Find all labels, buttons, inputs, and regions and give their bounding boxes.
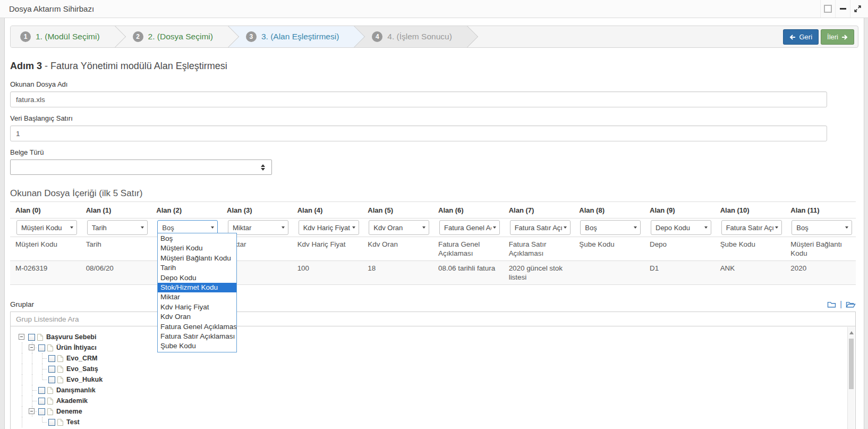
column-header: Alan (3) — [222, 202, 292, 218]
tree-node-label[interactable]: Evo_Hukuk — [66, 376, 103, 383]
column-mapping-select[interactable]: Fatura Genel Açıklaması — [439, 220, 500, 235]
tree-checkbox[interactable] — [38, 344, 45, 351]
tree-node-label[interactable]: Evo_Satış — [66, 365, 98, 373]
selected-mapping-value: Kdv Oran — [373, 224, 421, 232]
table-cell: M-026319 — [10, 261, 81, 284]
table-cell: ANK — [715, 261, 786, 284]
tree-connector — [27, 342, 37, 353]
column-mapping-select[interactable]: Depo Kodu — [651, 220, 711, 235]
preview-table-header: Alan (0)Alan (1)Alan (2)Alan (3)Alan (4)… — [10, 202, 856, 218]
preview-mapping-row: Müşteri KoduTarihBoşMiktarKdv Hariç Fiya… — [10, 218, 856, 237]
tree-checkbox[interactable] — [38, 398, 45, 405]
tree-node-label[interactable]: Ürün İhtiyacı — [56, 344, 97, 351]
column-mapping-select[interactable]: Fatura Satır Açıklaması — [510, 220, 571, 235]
step-number-badge: 2 — [133, 31, 143, 42]
tree-checkbox[interactable] — [48, 366, 55, 373]
tree-node-label[interactable]: Akademik — [56, 397, 88, 405]
collapse-toggle-icon[interactable] — [29, 408, 35, 414]
start-row-label: Veri Başlangıç Satırı — [10, 114, 858, 122]
maximize-button[interactable] — [820, 0, 835, 18]
expand-button[interactable] — [850, 0, 865, 18]
tree-node: Deneme — [17, 406, 855, 417]
selected-mapping-value: Boş — [796, 224, 844, 232]
tree-checkbox[interactable] — [48, 419, 55, 426]
column-mapping-select[interactable]: Kdv Oran — [369, 220, 429, 235]
selected-mapping-value: Kdv Hariç Fiyat — [303, 224, 351, 232]
dropdown-option[interactable]: Şube Kodu — [158, 341, 236, 351]
collapse-toggle-icon[interactable] — [19, 334, 24, 340]
chevron-down-icon — [845, 226, 848, 229]
page-title-step: Adım 3 — [10, 61, 42, 71]
start-row-input[interactable] — [10, 125, 827, 141]
wizard-step-3[interactable]: 33. (Alan Eşleştirmesi) — [228, 26, 354, 47]
mapping-select-cell: Fatura Satır Açıklaması — [715, 218, 786, 237]
tree-checkbox[interactable] — [38, 408, 45, 415]
column-mapping-select[interactable]: Fatura Satır Açıklaması — [721, 220, 782, 235]
tree-guide — [27, 364, 37, 374]
wizard-step-1[interactable]: 11. (Modül Seçimi) — [11, 26, 115, 47]
table-cell: Şube Kodu — [715, 237, 786, 260]
tree-checkbox[interactable] — [48, 376, 55, 383]
table-cell: 08/06/20 — [81, 261, 151, 284]
dropdown-option[interactable]: Fatura Satır Açıklaması — [158, 332, 236, 341]
column-header: Alan (5) — [362, 202, 433, 218]
scroll-up-icon[interactable] — [849, 331, 854, 334]
window-title: Dosya Aktarım Sihirbazı — [9, 0, 94, 18]
table-cell: Kdv Oran — [362, 237, 433, 260]
tree-checkbox[interactable] — [48, 355, 55, 362]
chevron-down-icon — [422, 226, 426, 229]
groups-tree: Başvuru SebebiÜrün İhtiyacıEvo_CRMEvo_Sa… — [10, 326, 856, 429]
tree-connector — [27, 406, 37, 417]
group-search-input[interactable] — [10, 312, 856, 326]
back-button[interactable]: Geri — [783, 29, 819, 45]
arrow-left-icon — [789, 34, 796, 40]
table-cell: Şube Kodu — [574, 237, 644, 260]
page-title: Adım 3 - Fatura Yönetimi modülü Alan Eşl… — [10, 60, 858, 72]
file-name-input[interactable] — [10, 91, 827, 107]
mapping-select-cell: Fatura Satır Açıklaması — [504, 218, 574, 237]
dropdown-option[interactable]: Müşteri Kodu — [158, 243, 236, 253]
next-button[interactable]: İleri — [821, 29, 854, 45]
tree-scrollbar — [847, 327, 855, 429]
wizard-actions: Geri İleri — [783, 29, 854, 45]
wizard-steps: 11. (Modül Seçimi)22. (Dosya Seçimi)33. … — [11, 26, 467, 47]
column-mapping-select[interactable]: Tarih — [87, 220, 148, 235]
closed-folder-icon[interactable] — [827, 300, 836, 308]
dropdown-option[interactable]: Fatura Genel Açıklaması — [158, 322, 236, 332]
wizard-step-2[interactable]: 22. (Dosya Seçimi) — [115, 26, 228, 47]
tree-node-label[interactable]: Başvuru Sebebi — [46, 333, 96, 341]
selected-mapping-value: Müşteri Kodu — [21, 224, 69, 232]
column-mapping-select[interactable]: Miktar — [228, 220, 288, 235]
tree-node-label[interactable]: Danışmanlık — [56, 386, 96, 394]
dropdown-option[interactable]: Müşteri Bağlantı Kodu — [158, 254, 236, 263]
tree-guide — [17, 417, 27, 427]
wizard-step-4[interactable]: 44. (İşlem Sonucu) — [354, 26, 466, 47]
tree-node: Akademik — [17, 396, 855, 406]
dropdown-option[interactable]: Kdv Oran — [158, 312, 236, 322]
open-folder-icon[interactable] — [846, 300, 856, 308]
chevron-down-icon — [775, 226, 778, 229]
dropdown-option[interactable]: Tarih — [158, 263, 236, 273]
collapse-toggle-icon[interactable] — [29, 344, 35, 350]
column-mapping-select[interactable]: Kdv Hariç Fiyat — [299, 220, 359, 235]
scrollbar-thumb[interactable] — [849, 339, 854, 389]
column-mapping-select[interactable]: Boş — [580, 220, 641, 235]
tree-checkbox[interactable] — [28, 334, 35, 341]
column-header: Alan (8) — [574, 202, 644, 218]
dropdown-option[interactable]: Boş — [158, 234, 236, 243]
column-header: Alan (10) — [715, 202, 786, 218]
doc-type-select[interactable] — [10, 159, 272, 175]
expand-icon — [854, 5, 861, 12]
minimize-button[interactable] — [835, 0, 850, 18]
dropdown-option[interactable]: Kdv Hariç Fiyat — [158, 302, 236, 312]
chevron-down-icon — [634, 226, 637, 229]
tree-node-label[interactable]: Deneme — [56, 408, 82, 415]
dropdown-option[interactable]: Depo Kodu — [158, 273, 236, 283]
tree-node-label[interactable]: Evo_CRM — [66, 355, 97, 362]
dropdown-option[interactable]: Stok/Hizmet Kodu — [158, 283, 236, 292]
tree-checkbox[interactable] — [38, 387, 45, 394]
tree-node-label[interactable]: Test — [66, 418, 80, 426]
dropdown-option[interactable]: Miktar — [158, 292, 236, 302]
column-mapping-select[interactable]: Müşteri Kodu — [16, 220, 77, 235]
column-mapping-select[interactable]: Boş — [792, 220, 852, 235]
